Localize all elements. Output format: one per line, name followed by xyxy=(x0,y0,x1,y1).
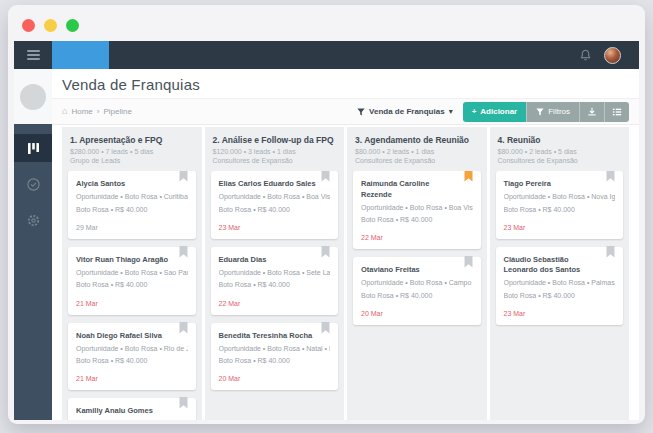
bookmark-icon[interactable] xyxy=(179,322,188,334)
column-header: 4. Reunião $80.000 • 2 leads • 5 dias Co… xyxy=(490,127,630,171)
card-line2: Boto Rosa • R$ 40.000 xyxy=(219,356,331,366)
column-group: Consultores de Expansão xyxy=(498,157,622,164)
lead-card[interactable]: Elias Carlos Eduardo Sales Oportunidade … xyxy=(211,171,339,239)
gear-icon xyxy=(26,213,41,228)
breadcrumb-separator: › xyxy=(97,107,100,116)
logo-block[interactable] xyxy=(52,41,109,69)
column-header: 3. Agendamento de Reunião $80.000 • 2 le… xyxy=(347,127,487,171)
lead-card[interactable]: Raimunda Caroline Rezende Oportunidade •… xyxy=(353,171,481,249)
sidebar-item-settings[interactable] xyxy=(14,206,52,234)
bookmark-icon[interactable] xyxy=(464,256,473,268)
card-name: Kamilly Analu Gomes xyxy=(76,406,188,417)
column-header: 1. Apresentação e FPQ $280.000 • 7 leads… xyxy=(62,127,202,171)
plus-icon: + xyxy=(472,107,477,116)
card-date: 22 Mar xyxy=(219,300,331,307)
lead-card[interactable]: Kamilly Analu Gomes Oportunidade • Boto … xyxy=(68,398,196,420)
minimize-window-button[interactable] xyxy=(44,19,57,32)
bookmark-icon[interactable] xyxy=(464,171,473,182)
lead-card[interactable]: Vitor Ruan Thiago Aragão Oportunidade • … xyxy=(68,247,196,315)
pipeline-filter-dropdown[interactable]: Venda de Franquias ▾ xyxy=(357,107,453,116)
add-button-label: Adicionar xyxy=(480,107,517,116)
card-line2: Boto Rosa • R$ 40.000 xyxy=(504,291,616,301)
download-icon xyxy=(587,107,597,117)
card-line1: Oportunidade • Boto Rosa • Natal • R… xyxy=(219,344,331,354)
sidebar-menu xyxy=(14,124,52,420)
card-line2: Boto Rosa • R$ 40.000 xyxy=(219,280,331,290)
card-line1: Oportunidade • Boto Rosa • Boa Vist… xyxy=(361,203,473,213)
card-name: Raimunda Caroline Rezende xyxy=(361,179,473,200)
card-date: 23 Mar xyxy=(504,310,616,317)
user-avatar[interactable] xyxy=(604,47,621,64)
list-icon xyxy=(612,107,622,117)
card-date: 23 Mar xyxy=(504,224,616,231)
home-icon: ⌂ xyxy=(62,107,67,116)
bookmark-icon[interactable] xyxy=(179,246,188,258)
card-name: Noah Diego Rafael Silva xyxy=(76,331,188,342)
lead-card[interactable]: Noah Diego Rafael Silva Oportunidade • B… xyxy=(68,323,196,391)
card-line1: Oportunidade • Boto Rosa • Sao Paul… xyxy=(76,268,188,278)
profile-avatar-placeholder[interactable] xyxy=(20,84,46,110)
lead-card[interactable]: Otaviano Freitas Oportunidade • Boto Ros… xyxy=(353,257,481,325)
bookmark-icon[interactable] xyxy=(321,171,330,182)
card-list: Raimunda Caroline Rezende Oportunidade •… xyxy=(347,171,487,420)
card-date: 23 Mar xyxy=(219,224,331,231)
sidebar-item-tasks[interactable] xyxy=(14,170,52,198)
bookmark-icon[interactable] xyxy=(179,397,188,409)
bookmark-icon[interactable] xyxy=(179,171,188,182)
breadcrumb-home-link[interactable]: Home xyxy=(71,107,92,116)
column-group: Consultores de Expansão xyxy=(355,157,479,164)
card-date: 21 Mar xyxy=(76,300,188,307)
app-content: Venda de Franquias ⌂ Home › Pipeline xyxy=(14,41,639,420)
bookmark-icon[interactable] xyxy=(606,246,615,258)
card-list: Elias Carlos Eduardo Sales Oportunidade … xyxy=(205,171,345,420)
column-title: 4. Reunião xyxy=(498,135,622,145)
lead-card[interactable]: Benedita Teresinha Rocha Oportunidade • … xyxy=(211,323,339,391)
card-line1: Oportunidade • Boto Rosa • Palmas … xyxy=(504,278,616,288)
column-title: 3. Agendamento de Reunião xyxy=(355,135,479,145)
filters-button-label: Filtros xyxy=(548,107,570,116)
bookmark-icon[interactable] xyxy=(321,246,330,258)
card-line2: Boto Rosa • R$ 40.000 xyxy=(76,356,188,366)
board-column: 4. Reunião $80.000 • 2 leads • 5 dias Co… xyxy=(490,127,630,420)
card-name: Alycia Santos xyxy=(76,179,188,190)
card-line1: Oportunidade • Boto Rosa • Boa Vist… xyxy=(219,192,331,202)
card-line2: Boto Rosa • R$ 40.000 xyxy=(361,291,473,301)
breadcrumb-current: Pipeline xyxy=(103,107,131,116)
column-group: Consultores de Expansão xyxy=(213,157,337,164)
board-column: 1. Apresentação e FPQ $280.000 • 7 leads… xyxy=(62,127,202,420)
sidebar-profile xyxy=(14,69,52,124)
board: 1. Apresentação e FPQ $280.000 • 7 leads… xyxy=(52,125,639,420)
export-button[interactable] xyxy=(579,102,604,122)
add-button[interactable]: + Adicionar xyxy=(463,102,527,122)
bookmark-icon[interactable] xyxy=(321,322,330,334)
app-frame: Venda de Franquias ⌂ Home › Pipeline xyxy=(14,69,639,420)
column-summary: $120.000 • 3 leads • 1 dias xyxy=(213,148,337,155)
bell-icon xyxy=(579,48,592,62)
funnel-icon xyxy=(357,108,365,116)
lead-card[interactable]: Tiago Pereira Oportunidade • Boto Rosa •… xyxy=(496,171,624,239)
sidebar-item-kanban[interactable] xyxy=(14,134,52,162)
column-summary: $80.000 • 2 leads • 1 dias xyxy=(355,148,479,155)
maximize-window-button[interactable] xyxy=(66,19,79,32)
card-list: Alycia Santos Oportunidade • Boto Rosa •… xyxy=(62,171,202,420)
column-header: 2. Análise e Follow-up da FPQ $120.000 •… xyxy=(205,127,345,171)
list-view-button[interactable] xyxy=(604,102,629,122)
card-line2: Boto Rosa • R$ 40.000 xyxy=(76,280,188,290)
check-circle-icon xyxy=(26,177,41,192)
pipeline-filter-label: Venda de Franquias xyxy=(369,107,445,116)
notifications-button[interactable] xyxy=(579,48,592,62)
column-group: Grupo de Leads xyxy=(70,157,194,164)
bookmark-icon[interactable] xyxy=(606,171,615,182)
card-line1: Oportunidade • Boto Rosa • Curitiba … xyxy=(76,192,188,202)
lead-card[interactable]: Alycia Santos Oportunidade • Boto Rosa •… xyxy=(68,171,196,239)
top-navbar xyxy=(14,41,639,69)
lead-card[interactable]: Cláudio Sebastião Leonardo dos Santos Op… xyxy=(496,247,624,325)
filters-button[interactable]: Filtros xyxy=(526,102,579,122)
lead-card[interactable]: Eduarda Dias Oportunidade • Boto Rosa • … xyxy=(211,247,339,315)
card-list: Tiago Pereira Oportunidade • Boto Rosa •… xyxy=(490,171,630,420)
card-line2: Boto Rosa • R$ 40.000 xyxy=(76,205,188,215)
menu-toggle-button[interactable] xyxy=(14,41,52,69)
close-window-button[interactable] xyxy=(22,19,35,32)
board-controls: Venda de Franquias ▾ + Adicionar xyxy=(357,102,629,122)
card-line2: Boto Rosa • R$ 40.000 xyxy=(361,215,473,225)
